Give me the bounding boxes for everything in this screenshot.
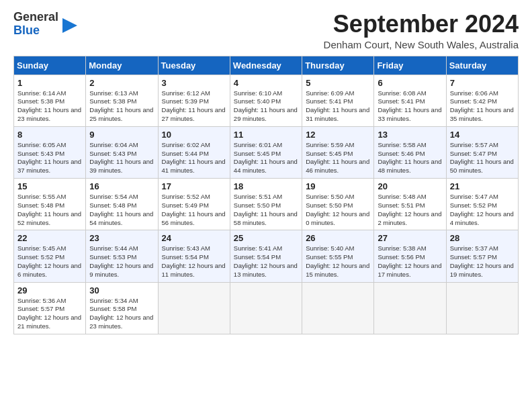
day-number: 21: [450, 181, 515, 191]
calendar-cell: 18Sunrise: 5:51 AMSunset: 5:50 PMDayligh…: [230, 179, 302, 230]
month-title: September 2024: [324, 11, 519, 38]
weekday-header-wednesday: Wednesday: [230, 56, 302, 75]
day-info: Sunrise: 6:04 AMSunset: 5:43 PMDaylight:…: [89, 141, 154, 175]
calendar-cell: 20Sunrise: 5:48 AMSunset: 5:51 PMDayligh…: [374, 179, 446, 230]
day-info: Sunrise: 5:58 AMSunset: 5:46 PMDaylight:…: [378, 141, 442, 175]
day-number: 25: [234, 233, 298, 243]
weekday-header-thursday: Thursday: [302, 56, 374, 75]
day-info: Sunrise: 5:59 AMSunset: 5:45 PMDaylight:…: [306, 141, 370, 175]
calendar-cell: 26Sunrise: 5:40 AMSunset: 5:55 PMDayligh…: [302, 230, 374, 282]
day-info: Sunrise: 5:36 AMSunset: 5:57 PMDaylight:…: [17, 297, 82, 331]
day-info: Sunrise: 6:05 AMSunset: 5:43 PMDaylight:…: [17, 141, 82, 175]
calendar-week-5: 29Sunrise: 5:36 AMSunset: 5:57 PMDayligh…: [14, 282, 519, 334]
calendar-week-2: 8Sunrise: 6:05 AMSunset: 5:43 PMDaylight…: [14, 126, 519, 178]
calendar-cell: [230, 282, 302, 334]
day-number: 20: [378, 181, 442, 191]
calendar-cell: [302, 282, 374, 334]
calendar-cell: 16Sunrise: 5:54 AMSunset: 5:48 PMDayligh…: [86, 179, 158, 230]
day-info: Sunrise: 6:14 AMSunset: 5:38 PMDaylight:…: [17, 89, 82, 124]
day-info: Sunrise: 5:50 AMSunset: 5:50 PMDaylight:…: [306, 193, 370, 227]
calendar-table: SundayMondayTuesdayWednesdayThursdayFrid…: [13, 56, 519, 334]
day-info: Sunrise: 5:57 AMSunset: 5:47 PMDaylight:…: [450, 141, 515, 175]
calendar-cell: 8Sunrise: 6:05 AMSunset: 5:43 PMDaylight…: [14, 126, 86, 178]
day-info: Sunrise: 5:43 AMSunset: 5:54 PMDaylight:…: [162, 244, 226, 279]
day-number: 28: [450, 233, 515, 243]
day-number: 12: [306, 130, 370, 140]
calendar-cell: 21Sunrise: 5:47 AMSunset: 5:52 PMDayligh…: [446, 179, 518, 230]
day-info: Sunrise: 6:01 AMSunset: 5:45 PMDaylight:…: [234, 141, 298, 175]
calendar-cell: 14Sunrise: 5:57 AMSunset: 5:47 PMDayligh…: [446, 126, 518, 178]
logo-text: General Blue: [13, 11, 58, 38]
calendar-cell: 1Sunrise: 6:14 AMSunset: 5:38 PMDaylight…: [14, 75, 86, 126]
calendar-cell: 22Sunrise: 5:45 AMSunset: 5:52 PMDayligh…: [14, 230, 86, 282]
weekday-header-sunday: Sunday: [14, 56, 86, 75]
day-number: 24: [162, 233, 226, 243]
calendar-cell: 23Sunrise: 5:44 AMSunset: 5:53 PMDayligh…: [86, 230, 158, 282]
calendar-cell: 24Sunrise: 5:43 AMSunset: 5:54 PMDayligh…: [158, 230, 230, 282]
calendar-cell: 4Sunrise: 6:10 AMSunset: 5:40 PMDaylight…: [230, 75, 302, 126]
day-number: 22: [17, 233, 82, 243]
calendar-cell: 2Sunrise: 6:13 AMSunset: 5:38 PMDaylight…: [86, 75, 158, 126]
day-info: Sunrise: 5:48 AMSunset: 5:51 PMDaylight:…: [378, 193, 442, 227]
calendar-cell: 3Sunrise: 6:12 AMSunset: 5:39 PMDaylight…: [158, 75, 230, 126]
weekday-header-monday: Monday: [86, 56, 158, 75]
calendar-cell: 6Sunrise: 6:08 AMSunset: 5:41 PMDaylight…: [374, 75, 446, 126]
header: General Blue September 2024 Denham Court…: [13, 11, 519, 50]
day-number: 4: [234, 78, 298, 88]
day-info: Sunrise: 6:13 AMSunset: 5:38 PMDaylight:…: [89, 89, 154, 124]
calendar-cell: 11Sunrise: 6:01 AMSunset: 5:45 PMDayligh…: [230, 126, 302, 178]
day-info: Sunrise: 6:06 AMSunset: 5:42 PMDaylight:…: [450, 89, 515, 124]
day-number: 27: [378, 233, 442, 243]
calendar-cell: 5Sunrise: 6:09 AMSunset: 5:41 PMDaylight…: [302, 75, 374, 126]
day-info: Sunrise: 5:51 AMSunset: 5:50 PMDaylight:…: [234, 193, 298, 227]
day-number: 14: [450, 130, 515, 140]
calendar-body: 1Sunrise: 6:14 AMSunset: 5:38 PMDaylight…: [14, 75, 519, 334]
day-number: 11: [234, 130, 298, 140]
day-info: Sunrise: 5:45 AMSunset: 5:52 PMDaylight:…: [17, 244, 82, 279]
day-info: Sunrise: 5:40 AMSunset: 5:55 PMDaylight:…: [306, 244, 370, 279]
day-number: 30: [89, 285, 154, 295]
day-info: Sunrise: 5:41 AMSunset: 5:54 PMDaylight:…: [234, 244, 298, 279]
calendar-cell: 25Sunrise: 5:41 AMSunset: 5:54 PMDayligh…: [230, 230, 302, 282]
calendar-cell: [158, 282, 230, 334]
day-number: 3: [162, 78, 226, 88]
day-info: Sunrise: 5:55 AMSunset: 5:48 PMDaylight:…: [17, 193, 82, 227]
weekday-header-friday: Friday: [374, 56, 446, 75]
day-info: Sunrise: 5:54 AMSunset: 5:48 PMDaylight:…: [89, 193, 154, 227]
calendar-week-3: 15Sunrise: 5:55 AMSunset: 5:48 PMDayligh…: [14, 179, 519, 230]
day-number: 1: [17, 78, 82, 88]
svg-marker-0: [62, 18, 77, 33]
calendar-cell: 12Sunrise: 5:59 AMSunset: 5:45 PMDayligh…: [302, 126, 374, 178]
day-number: 5: [306, 78, 370, 88]
day-number: 10: [162, 130, 226, 140]
day-info: Sunrise: 6:12 AMSunset: 5:39 PMDaylight:…: [162, 89, 226, 124]
day-number: 2: [89, 78, 154, 88]
calendar-cell: 19Sunrise: 5:50 AMSunset: 5:50 PMDayligh…: [302, 179, 374, 230]
day-info: Sunrise: 5:44 AMSunset: 5:53 PMDaylight:…: [89, 244, 154, 279]
day-number: 29: [17, 285, 82, 295]
calendar-cell: 27Sunrise: 5:38 AMSunset: 5:56 PMDayligh…: [374, 230, 446, 282]
calendar-week-4: 22Sunrise: 5:45 AMSunset: 5:52 PMDayligh…: [14, 230, 519, 282]
day-info: Sunrise: 6:02 AMSunset: 5:44 PMDaylight:…: [162, 141, 226, 175]
day-info: Sunrise: 6:09 AMSunset: 5:41 PMDaylight:…: [306, 89, 370, 124]
calendar-cell: 29Sunrise: 5:36 AMSunset: 5:57 PMDayligh…: [14, 282, 86, 334]
calendar-cell: 13Sunrise: 5:58 AMSunset: 5:46 PMDayligh…: [374, 126, 446, 178]
day-number: 23: [89, 233, 154, 243]
day-number: 8: [17, 130, 82, 140]
day-number: 18: [234, 181, 298, 191]
day-info: Sunrise: 6:10 AMSunset: 5:40 PMDaylight:…: [234, 89, 298, 124]
logo: General Blue: [13, 11, 77, 38]
calendar-cell: [446, 282, 518, 334]
calendar-cell: 15Sunrise: 5:55 AMSunset: 5:48 PMDayligh…: [14, 179, 86, 230]
day-number: 13: [378, 130, 442, 140]
logo-arrow-icon: [62, 18, 77, 33]
calendar-cell: [374, 282, 446, 334]
day-number: 26: [306, 233, 370, 243]
day-number: 15: [17, 181, 82, 191]
day-number: 6: [378, 78, 442, 88]
calendar-cell: 7Sunrise: 6:06 AMSunset: 5:42 PMDaylight…: [446, 75, 518, 126]
day-info: Sunrise: 5:47 AMSunset: 5:52 PMDaylight:…: [450, 193, 515, 227]
calendar-cell: 17Sunrise: 5:52 AMSunset: 5:49 PMDayligh…: [158, 179, 230, 230]
day-info: Sunrise: 6:08 AMSunset: 5:41 PMDaylight:…: [378, 89, 442, 124]
calendar-cell: 30Sunrise: 5:34 AMSunset: 5:58 PMDayligh…: [86, 282, 158, 334]
